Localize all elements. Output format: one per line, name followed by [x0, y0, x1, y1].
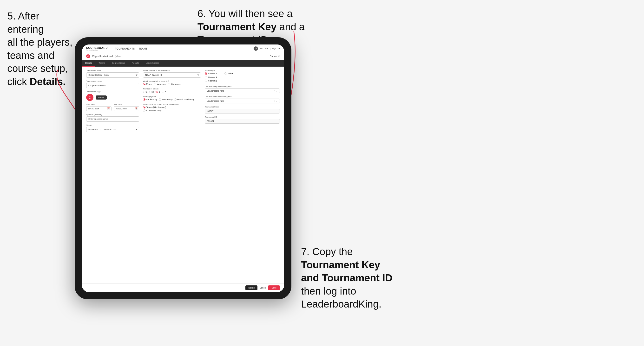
sponsor-input[interactable] [86, 116, 139, 122]
annotation-left-line5: click [7, 76, 30, 87]
venue-label: Venue [86, 124, 139, 126]
live-scoring-1-group: Use third-party live scoring API? Leader… [205, 86, 280, 93]
user-avatar: TU [254, 46, 258, 51]
round-3[interactable]: 3 [156, 91, 160, 93]
annotation-br-bold2: and Tournament ID [301, 272, 392, 284]
tournament-logo-icon: C [86, 54, 90, 58]
tournament-logo-label: Tournament logo [86, 91, 139, 93]
scoring-stroke[interactable]: Stroke Play [143, 98, 157, 101]
individuals-only[interactable]: Individuals Only [143, 109, 162, 112]
rounds-label: Number of rounds [143, 88, 201, 90]
col-middle: Which division is the event for? NCAA Di… [143, 69, 201, 280]
logo-scoreboard: SCOREBOARD [86, 47, 108, 49]
tab-results[interactable]: Results [128, 60, 142, 67]
tournament-id-label: Tournament ID [205, 116, 280, 118]
end-date-field: End date Jan 23, 2024 📅 [114, 103, 139, 111]
dates-group: Start date Jan 21, 2024 📅 End date Jan 2… [86, 103, 139, 111]
gender-mens[interactable]: Mens [143, 83, 152, 85]
radio-combined-circle [168, 83, 170, 85]
col-right: Format type 5 count 4 6 count 4 [205, 69, 280, 280]
logo-upload-area: C Upload [86, 94, 139, 101]
tab-bar: Details Teams Course Setup Results Leade… [82, 60, 284, 67]
rounds-radio-group: 1 2 3 4 [143, 91, 201, 93]
main-nav: TOURNAMENTS TEAMS [115, 47, 148, 50]
app-header: SCOREBOARD Powered by clippd TOURNAMENTS… [82, 44, 284, 53]
round-4[interactable]: 4 [162, 91, 166, 93]
tab-teams[interactable]: Teams [95, 60, 108, 67]
format-other-option[interactable]: Other [224, 72, 234, 75]
nav-teams[interactable]: TEAMS [139, 47, 148, 50]
tournament-host-label: Tournament Host [86, 69, 139, 72]
live-scoring-1-label: Use third-party live scoring API? [205, 86, 280, 88]
upload-button[interactable]: Upload [96, 95, 107, 100]
tournament-id-value: 302051 [205, 119, 280, 124]
tournament-name-input[interactable] [86, 83, 139, 88]
tournament-key-label: Tournament Key [205, 106, 280, 108]
scoring-radio-group: Stroke Play Match Play Medal Match Play [143, 98, 201, 101]
delete-button[interactable]: Delete [246, 285, 258, 290]
annotation-tr-line1: 6. You will then see a [198, 8, 292, 19]
format-5count4[interactable]: 5 count 4 [205, 72, 217, 75]
nav-tournaments[interactable]: TOURNAMENTS [115, 47, 135, 50]
annotation-left-line1: 5. After entering [7, 10, 44, 35]
division-label: Which division is the event for? [143, 69, 201, 72]
logo-area: SCOREBOARD Powered by clippd [86, 47, 108, 51]
radio-other [224, 72, 227, 75]
tab-details[interactable]: Details [82, 60, 95, 67]
format-main-options: 5 count 4 6 count 4 6 count 5 [205, 72, 217, 83]
radio-round4 [162, 91, 164, 93]
scoring-label: Scoring system [143, 95, 201, 98]
tournament-bar: C Clippd Invitational (Men) Cancel ✕ [82, 53, 284, 60]
tab-course-setup[interactable]: Course Setup [108, 60, 128, 67]
end-date-label: End date [114, 103, 139, 106]
radio-teams [143, 106, 146, 108]
radio-stroke [143, 98, 146, 101]
start-date-field: Start date Jan 21, 2024 📅 [86, 103, 112, 111]
teams-radio-group: Teams (+Individuals) Individuals Only [143, 106, 201, 112]
cancel-icon[interactable]: Cancel ✕ [270, 55, 280, 58]
gender-combined[interactable]: Combined [168, 83, 181, 85]
annotation-br-text2: then log into [301, 285, 356, 297]
annotation-br-line1: 7. Copy the [301, 246, 353, 257]
round-1[interactable]: 1 [143, 91, 148, 93]
venue-select[interactable]: Peachtree GC - Atlanta - GA [86, 127, 139, 132]
live-scoring-2-group: Use third-party live scoring API? Leader… [205, 96, 280, 103]
format-label: Format type [205, 69, 280, 72]
radio-womens-circle [154, 83, 156, 85]
tournament-logo-group: Tournament logo C Upload [86, 91, 139, 101]
radio-5count4 [205, 72, 207, 75]
live-scoring-2-select[interactable]: Leaderboard King ✕ ⌄ [205, 99, 280, 103]
cancel-button[interactable]: Cancel [260, 287, 266, 289]
scoring-match[interactable]: Match Play [159, 98, 173, 101]
start-date-label: Start date [86, 103, 112, 106]
sponsor-group: Sponsor (optional) [86, 114, 139, 122]
tournament-host-select[interactable]: Clippd College - Men [86, 72, 139, 78]
sign-out-link[interactable]: Sign out [272, 47, 280, 50]
end-date-input[interactable]: Jan 23, 2024 📅 [114, 106, 139, 111]
save-button[interactable]: Save [268, 285, 280, 290]
live-scoring-1-select[interactable]: Leaderboard King ✕ ⌄ [205, 88, 280, 93]
rounds-group: Number of rounds 1 2 3 [143, 88, 201, 93]
tournament-key-value: b4f8b7 [205, 109, 280, 114]
tab-leaderboards[interactable]: Leaderboards [142, 60, 162, 67]
teams-plus-individuals[interactable]: Teams (+Individuals) [143, 106, 166, 108]
annotation-br-bold1: Tournament Key [301, 259, 380, 271]
tournament-title: Clippd Invitational (Men) [92, 55, 122, 58]
tournament-id-group: Tournament ID 302051 [205, 116, 280, 124]
division-select[interactable]: NCAA Division III [143, 72, 201, 78]
round-2[interactable]: 2 [149, 91, 154, 93]
scoring-medal[interactable]: Medal Match Play [174, 98, 194, 101]
date-row: Start date Jan 21, 2024 📅 End date Jan 2… [86, 103, 139, 111]
format-options-wrapper: 5 count 4 6 count 4 6 count 5 [205, 72, 280, 83]
start-date-input[interactable]: Jan 21, 2024 📅 [86, 106, 112, 111]
radio-mens-circle [143, 83, 146, 85]
format-6count4[interactable]: 6 count 4 [205, 76, 217, 78]
tournament-name-group: Tournament name [86, 80, 139, 88]
format-6count5[interactable]: 6 count 5 [205, 80, 217, 82]
tournament-host-group: Tournament Host Clippd College - Men [86, 69, 139, 78]
gender-womens[interactable]: Womens [154, 83, 166, 85]
live-scoring-2-label: Use third-party live scoring API? [205, 96, 280, 98]
avatar-text: TU [254, 48, 257, 49]
gender-radio-group: Mens Womens Combined [143, 83, 201, 85]
sponsor-label: Sponsor (optional) [86, 114, 139, 116]
